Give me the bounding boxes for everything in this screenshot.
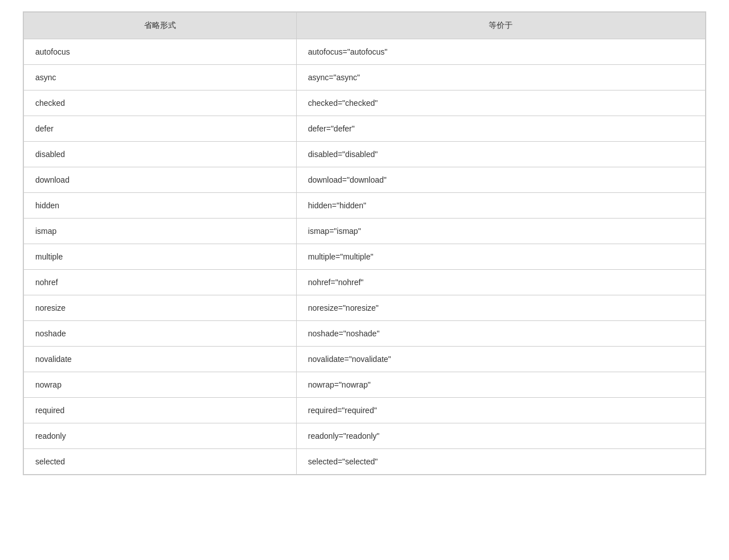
table-row: disableddisabled="disabled" [24, 142, 706, 167]
table-row: noshadenoshade="noshade" [24, 321, 706, 347]
cell-short-form: disabled [24, 142, 297, 167]
table-header-row: 省略形式 等价于 [24, 13, 706, 39]
cell-full-form: hidden="hidden" [296, 193, 705, 219]
cell-full-form: download="download" [296, 167, 705, 193]
cell-short-form: readonly [24, 423, 297, 449]
cell-short-form: selected [24, 449, 297, 475]
cell-full-form: autofocus="autofocus" [296, 39, 705, 65]
cell-short-form: hidden [24, 193, 297, 219]
table-row: nowrapnowrap="nowrap" [24, 372, 706, 398]
col-header-short: 省略形式 [24, 13, 297, 39]
cell-full-form: checked="checked" [296, 90, 705, 116]
table-row: novalidatenovalidate="novalidate" [24, 347, 706, 372]
table-row: hiddenhidden="hidden" [24, 193, 706, 219]
attributes-table: 省略形式 等价于 autofocusautofocus="autofocus"a… [23, 12, 706, 475]
table-row: selectedselected="selected" [24, 449, 706, 475]
table-row: requiredrequired="required" [24, 398, 706, 423]
cell-short-form: novalidate [24, 347, 297, 372]
cell-full-form: async="async" [296, 65, 705, 90]
cell-full-form: noresize="noresize" [296, 295, 705, 321]
cell-short-form: async [24, 65, 297, 90]
cell-full-form: disabled="disabled" [296, 142, 705, 167]
cell-short-form: nowrap [24, 372, 297, 398]
cell-full-form: selected="selected" [296, 449, 705, 475]
cell-short-form: multiple [24, 244, 297, 270]
table-body: autofocusautofocus="autofocus"asyncasync… [24, 39, 706, 475]
table-row: ismapismap="ismap" [24, 219, 706, 244]
cell-full-form: readonly="readonly" [296, 423, 705, 449]
table-row: checkedchecked="checked" [24, 90, 706, 116]
table-row: readonlyreadonly="readonly" [24, 423, 706, 449]
cell-full-form: required="required" [296, 398, 705, 423]
cell-full-form: defer="defer" [296, 116, 705, 142]
cell-full-form: nohref="nohref" [296, 270, 705, 295]
table-row: multiplemultiple="multiple" [24, 244, 706, 270]
table-row: deferdefer="defer" [24, 116, 706, 142]
cell-short-form: nohref [24, 270, 297, 295]
table-row: noresizenoresize="noresize" [24, 295, 706, 321]
cell-short-form: checked [24, 90, 297, 116]
table-row: nohrefnohref="nohref" [24, 270, 706, 295]
cell-short-form: defer [24, 116, 297, 142]
cell-short-form: autofocus [24, 39, 297, 65]
table-row: asyncasync="async" [24, 65, 706, 90]
cell-short-form: noresize [24, 295, 297, 321]
table-row: downloaddownload="download" [24, 167, 706, 193]
col-header-full: 等价于 [296, 13, 705, 39]
cell-full-form: novalidate="novalidate" [296, 347, 705, 372]
cell-full-form: noshade="noshade" [296, 321, 705, 347]
cell-short-form: required [24, 398, 297, 423]
main-table-container: 省略形式 等价于 autofocusautofocus="autofocus"a… [23, 11, 706, 475]
cell-short-form: download [24, 167, 297, 193]
table-row: autofocusautofocus="autofocus" [24, 39, 706, 65]
cell-full-form: nowrap="nowrap" [296, 372, 705, 398]
cell-short-form: ismap [24, 219, 297, 244]
cell-full-form: ismap="ismap" [296, 219, 705, 244]
cell-full-form: multiple="multiple" [296, 244, 705, 270]
cell-short-form: noshade [24, 321, 297, 347]
